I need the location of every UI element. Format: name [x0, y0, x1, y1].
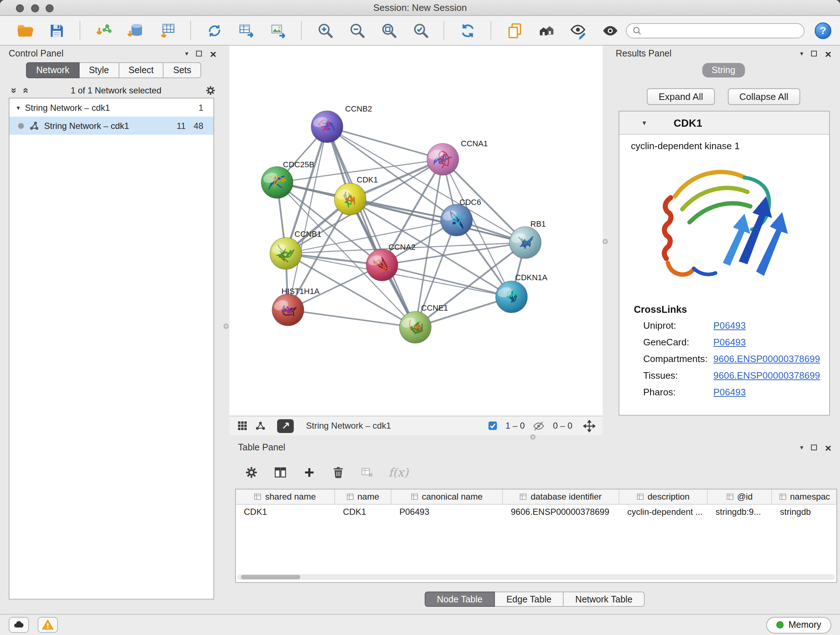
- table-cell[interactable]: 9606.ENSP00000378699: [503, 505, 619, 520]
- column-header-name[interactable]: name: [335, 489, 392, 504]
- tab-sets[interactable]: Sets: [164, 62, 202, 78]
- expand-all-networks-icon[interactable]: »: [9, 87, 19, 93]
- delete-table-button[interactable]: [360, 464, 375, 480]
- share-network-icon[interactable]: [255, 420, 266, 432]
- node-CDK1[interactable]: CDK1: [334, 175, 378, 215]
- help-button[interactable]: ?: [815, 22, 831, 39]
- table-cell[interactable]: CDK1: [236, 505, 335, 520]
- column-header-shared-name[interactable]: shared name: [236, 489, 335, 504]
- table-cell[interactable]: stringdb: [772, 505, 837, 520]
- show-columns-button[interactable]: [273, 464, 288, 480]
- table-cell[interactable]: stringdb:9...: [707, 505, 772, 520]
- search-field[interactable]: [626, 23, 805, 38]
- add-column-button[interactable]: [302, 464, 317, 480]
- pan-crosshair-icon[interactable]: [583, 420, 595, 432]
- table-cell[interactable]: P06493: [392, 505, 503, 520]
- gene-header[interactable]: ▾ CDK1: [619, 111, 829, 135]
- network-options-gear-icon[interactable]: [205, 84, 216, 96]
- crosslink-value-link[interactable]: P06493: [714, 337, 746, 348]
- table-row[interactable]: CDK1CDK1P064939606.ENSP00000378699cyclin…: [236, 505, 836, 520]
- birds-eye-grid-icon[interactable]: [237, 420, 248, 432]
- column-header-@id[interactable]: @id: [707, 489, 772, 504]
- tab-select[interactable]: Select: [119, 62, 164, 78]
- column-header-database-identifier[interactable]: database identifier: [503, 489, 619, 504]
- copy-button[interactable]: [504, 19, 525, 41]
- collapse-all-button[interactable]: Collapse All: [728, 88, 800, 105]
- tab-network[interactable]: Network: [26, 62, 80, 78]
- refresh-button[interactable]: [456, 19, 478, 41]
- table-settings-button[interactable]: [244, 464, 259, 480]
- minimize-window-button[interactable]: [31, 4, 39, 12]
- delete-column-button[interactable]: [331, 464, 346, 480]
- import-network-file-button[interactable]: [93, 19, 114, 41]
- annotation-mode-button[interactable]: [567, 19, 589, 41]
- column-header-description[interactable]: description: [619, 489, 707, 504]
- close-window-button[interactable]: [16, 4, 24, 12]
- network-canvas[interactable]: CCNB2CCNA1CDC25BCDK1CDC6RB1CCNB1CCNA2CDK…: [229, 46, 603, 416]
- node-CDKN1A[interactable]: CDKN1A: [496, 273, 548, 313]
- zoom-fit-button[interactable]: [378, 19, 399, 41]
- column-header-namespac[interactable]: namespac: [772, 489, 837, 504]
- close-panel-icon[interactable]: ×: [825, 48, 831, 59]
- crosslink-value-link[interactable]: 9606.ENSP00000378699: [714, 370, 820, 381]
- table-cell[interactable]: cyclin-dependent ...: [619, 505, 707, 520]
- hidden-eye-slash-icon[interactable]: [533, 420, 545, 432]
- node-HIST1H1A[interactable]: HIST1H1A: [272, 287, 319, 326]
- open-in-window-button[interactable]: [277, 419, 294, 432]
- close-panel-icon[interactable]: ×: [825, 442, 831, 453]
- network-collection-row[interactable]: ▾ String Network – cdk1 1: [9, 98, 213, 117]
- panel-menu-icon[interactable]: ▾: [800, 444, 803, 451]
- warnings-button[interactable]: [38, 617, 58, 633]
- first-neighbors-button[interactable]: [535, 19, 557, 41]
- zoom-in-button[interactable]: [314, 19, 336, 41]
- edge-CCNB2-HIST1H1A[interactable]: [288, 127, 327, 310]
- maximize-window-button[interactable]: [46, 4, 54, 12]
- edge-CCNB2-CCNA1[interactable]: [327, 127, 443, 159]
- selected-checkbox-icon[interactable]: [487, 421, 497, 431]
- float-panel-icon[interactable]: [811, 445, 817, 450]
- horizontal-scrollbar[interactable]: [237, 574, 835, 580]
- tab-style[interactable]: Style: [80, 62, 119, 78]
- float-panel-icon[interactable]: [811, 51, 817, 57]
- collapse-triangle-icon[interactable]: ▾: [17, 104, 20, 111]
- panel-menu-icon[interactable]: ▾: [800, 50, 803, 57]
- scrollbar-thumb[interactable]: [241, 575, 300, 579]
- import-table-button[interactable]: [156, 19, 178, 41]
- import-network-database-button[interactable]: [125, 19, 146, 41]
- vertical-splitter-handle[interactable]: [603, 239, 608, 244]
- export-network-button[interactable]: [235, 19, 257, 41]
- show-graphics-button[interactable]: [599, 19, 621, 41]
- edge-HIST1H1A-CCNE1[interactable]: [288, 310, 415, 327]
- string-tab-badge[interactable]: String: [702, 63, 745, 78]
- panel-menu-icon[interactable]: ▾: [185, 50, 188, 57]
- float-panel-icon[interactable]: [196, 51, 202, 57]
- vertical-splitter-handle[interactable]: [224, 324, 229, 329]
- table-tab-network-table[interactable]: Network Table: [564, 592, 645, 607]
- table-tab-edge-table[interactable]: Edge Table: [495, 592, 564, 607]
- collapse-all-networks-icon[interactable]: »: [19, 87, 29, 93]
- node-CCNA1[interactable]: CCNA1: [427, 139, 488, 175]
- zoom-selected-button[interactable]: [409, 19, 431, 41]
- table-tab-node-table[interactable]: Node Table: [425, 592, 495, 607]
- node-RB1[interactable]: RB1: [509, 219, 546, 258]
- save-session-button[interactable]: [46, 19, 67, 41]
- expand-all-button[interactable]: Expand All: [647, 88, 715, 105]
- crosslink-value-link[interactable]: 9606.ENSP00000378699: [714, 353, 820, 364]
- close-panel-icon[interactable]: ×: [210, 48, 216, 59]
- memory-button[interactable]: Memory: [766, 616, 831, 633]
- table-cell[interactable]: CDK1: [335, 505, 392, 520]
- edge-CCNB2-CCNE1[interactable]: [327, 127, 415, 327]
- column-header-canonical-name[interactable]: canonical name: [392, 489, 503, 504]
- zoom-out-button[interactable]: [346, 19, 368, 41]
- horizontal-splitter-handle[interactable]: [531, 434, 535, 440]
- search-input[interactable]: [645, 25, 798, 35]
- collapse-gene-icon[interactable]: ▾: [643, 119, 646, 126]
- crosslink-value-link[interactable]: P06493: [714, 320, 746, 331]
- cloud-status-button[interactable]: [9, 617, 29, 633]
- function-builder-button[interactable]: f(x): [388, 464, 409, 480]
- crosslink-value-link[interactable]: P06493: [714, 386, 746, 397]
- new-network-button[interactable]: [203, 19, 225, 41]
- export-image-button[interactable]: [267, 19, 289, 41]
- network-row-selected[interactable]: String Network – cdk1 11 48: [9, 117, 213, 135]
- open-session-button[interactable]: [14, 19, 35, 41]
